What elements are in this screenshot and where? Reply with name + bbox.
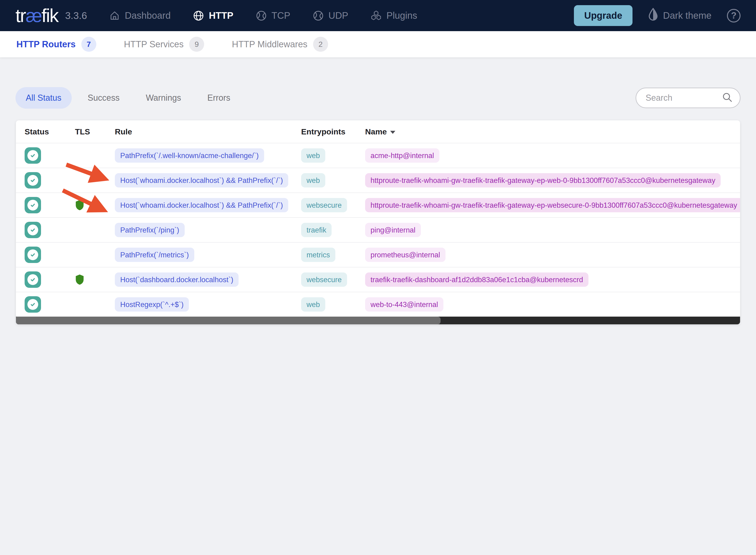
status-success-badge (25, 222, 41, 238)
status-success-badge (25, 271, 41, 288)
router-name-chip: web-to-443@internal (365, 297, 443, 312)
router-name-chip: httproute-traefik-whoami-gw-traefik-trae… (365, 173, 721, 187)
rule-chip: Host(`whoami.docker.localhost`) && PathP… (115, 198, 288, 212)
filter-success[interactable]: Success (77, 87, 130, 109)
check-icon (29, 152, 37, 159)
rule-chip: PathPrefix(`/metrics`) (115, 248, 194, 262)
tcp-ball-icon (256, 10, 267, 21)
rule-chip: PathPrefix(`/.well-known/acme-challenge/… (115, 148, 264, 163)
table-row[interactable]: PathPrefix(`/ping`) traefik ping@interna… (16, 217, 740, 242)
nav-item-label: Plugins (387, 10, 417, 21)
router-name-chip: prometheus@internal (365, 248, 445, 262)
section-tabbar: HTTP Routers 7 HTTP Services 9 HTTP Midd… (0, 31, 756, 57)
nav-item-label: UDP (328, 10, 348, 21)
check-icon (29, 226, 37, 234)
check-icon (29, 301, 37, 308)
search-box[interactable] (636, 88, 741, 108)
status-success-badge (25, 172, 41, 188)
table-row[interactable]: Host(`whoami.docker.localhost`) && PathP… (16, 168, 740, 193)
help-icon[interactable]: ? (727, 9, 741, 23)
entrypoint-chip: metrics (301, 248, 335, 262)
status-success-badge (25, 247, 41, 263)
nav-item-dashboard[interactable]: Dashboard (109, 10, 171, 21)
top-navbar: træfik 3.3.6 Dashboard HTTP TCP UDP (0, 0, 756, 31)
plugins-cubes-icon (370, 10, 382, 21)
entrypoint-chip: traefik (301, 223, 331, 237)
tab-http-routers[interactable]: HTTP Routers 7 (16, 37, 96, 52)
table-row[interactable]: PathPrefix(`/.well-known/acme-challenge/… (16, 143, 740, 168)
entrypoint-chip: web (301, 297, 325, 312)
rule-chip: Host(`dashboard.docker.localhost`) (115, 272, 239, 287)
rule-chip: PathPrefix(`/ping`) (115, 223, 185, 237)
check-icon (29, 201, 37, 209)
router-name-chip: traefik-traefik-dashboard-af1d2ddb83a06e… (365, 272, 589, 287)
globe-icon (193, 10, 204, 21)
tab-http-middlewares[interactable]: HTTP Middlewares 2 (232, 37, 328, 52)
horizontal-scrollbar-track[interactable] (16, 316, 740, 324)
table-row[interactable]: HostRegexp(`^.+$`) web web-to-443@intern… (16, 292, 740, 316)
table-row[interactable]: PathPrefix(`/metrics`) metrics prometheu… (16, 242, 740, 267)
tab-label: HTTP Routers (16, 39, 76, 49)
routers-table: Status TLS Rule Entrypoints Name PathPre… (16, 120, 740, 324)
tls-shield-icon (75, 200, 84, 211)
tab-count-badge: 7 (81, 37, 96, 52)
table-header: Status TLS Rule Entrypoints Name (16, 120, 740, 143)
traefik-logo[interactable]: træfik (15, 5, 58, 27)
column-header-status[interactable]: Status (25, 127, 49, 136)
version-label: 3.3.6 (65, 10, 87, 21)
dark-theme-label: Dark theme (663, 10, 712, 21)
upgrade-button[interactable]: Upgrade (574, 5, 633, 26)
check-icon (29, 276, 37, 283)
entrypoint-chip: websecure (301, 198, 347, 212)
table-row[interactable]: Host(`whoami.docker.localhost`) && PathP… (16, 193, 740, 217)
column-header-name[interactable]: Name (365, 127, 395, 136)
sort-caret-icon (390, 131, 395, 134)
check-icon (29, 177, 37, 184)
rule-chip: Host(`whoami.docker.localhost`) && PathP… (115, 173, 288, 187)
nav-item-plugins[interactable]: Plugins (370, 10, 417, 21)
logo-ae-ligature: æ (26, 5, 41, 26)
column-header-entrypoints[interactable]: Entrypoints (301, 127, 346, 136)
nav-item-http[interactable]: HTTP (193, 10, 233, 21)
router-name-chip: httproute-traefik-whoami-gw-traefik-trae… (365, 198, 740, 212)
theme-droplet-icon (648, 8, 658, 23)
status-success-badge (25, 296, 41, 313)
entrypoint-chip: websecure (301, 272, 347, 287)
horizontal-scrollbar-thumb[interactable] (16, 316, 441, 324)
column-header-rule[interactable]: Rule (115, 127, 132, 136)
filters-row: All Status Success Warnings Errors (0, 87, 756, 109)
tls-shield-icon (75, 274, 84, 285)
tab-count-badge: 2 (313, 37, 328, 52)
nav-items: Dashboard HTTP TCP UDP Plugins (109, 10, 439, 21)
dark-theme-toggle[interactable]: Dark theme (648, 8, 712, 23)
home-icon (109, 10, 120, 21)
nav-item-label: TCP (272, 10, 290, 21)
tab-count-badge: 9 (189, 37, 204, 52)
router-name-chip: acme-http@internal (365, 148, 439, 163)
column-header-tls[interactable]: TLS (75, 127, 90, 136)
entrypoint-chip: web (301, 148, 325, 163)
filter-errors[interactable]: Errors (197, 87, 241, 109)
status-success-badge (25, 197, 41, 213)
tab-label: HTTP Services (124, 39, 184, 49)
nav-item-udp[interactable]: UDP (313, 10, 348, 21)
tab-http-services[interactable]: HTTP Services 9 (124, 37, 204, 52)
check-icon (29, 251, 37, 259)
udp-ball-icon (313, 10, 324, 21)
entrypoint-chip: web (301, 173, 325, 187)
nav-item-label: HTTP (209, 10, 233, 21)
search-input[interactable] (646, 93, 722, 103)
navbar-right-group: Upgrade Dark theme ? (574, 5, 741, 26)
rule-chip: HostRegexp(`^.+$`) (115, 297, 189, 312)
search-icon[interactable] (722, 92, 733, 104)
nav-item-tcp[interactable]: TCP (256, 10, 290, 21)
status-success-badge (25, 147, 41, 164)
nav-item-label: Dashboard (125, 10, 171, 21)
router-name-chip: ping@internal (365, 223, 421, 237)
filter-warnings[interactable]: Warnings (135, 87, 192, 109)
tab-label: HTTP Middlewares (232, 39, 307, 49)
table-row[interactable]: Host(`dashboard.docker.localhost`) webse… (16, 267, 740, 292)
filter-all-status[interactable]: All Status (15, 87, 72, 109)
